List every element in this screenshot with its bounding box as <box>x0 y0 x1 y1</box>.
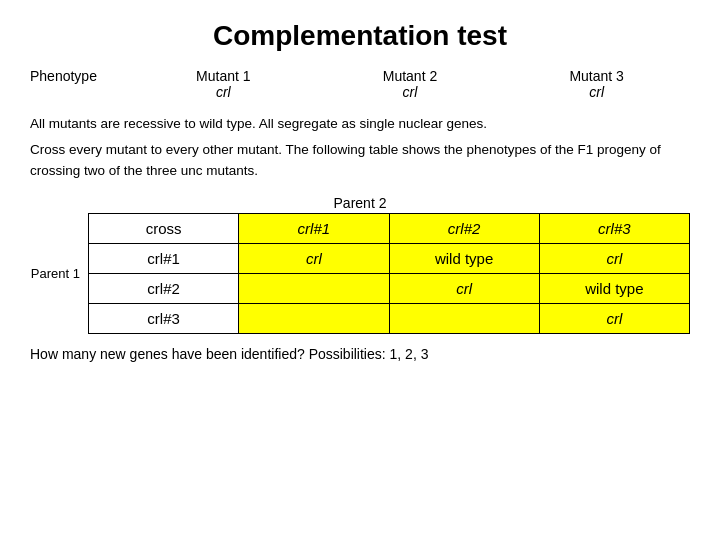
table-row: crl#1crlwild typecrl <box>89 243 690 273</box>
table-row: crl#2crlwild type <box>89 273 690 303</box>
description-1: All mutants are recessive to wild type. … <box>30 114 690 134</box>
header-crl2: crl#2 <box>389 213 539 243</box>
cell-r0-c1: wild type <box>389 243 539 273</box>
mutant-3-col: Mutant 3 crl <box>517 68 677 100</box>
row-label-0: crl#1 <box>89 243 239 273</box>
table-header-row: cross crl#1 crl#2 crl#3 <box>89 213 690 243</box>
phenotype-label: Phenotype <box>30 68 130 84</box>
bottom-text: How many new genes have been identified?… <box>30 346 690 362</box>
page-title: Complementation test <box>30 20 690 52</box>
row-label-1: crl#2 <box>89 273 239 303</box>
description-2: Cross every mutant to every other mutant… <box>30 140 690 181</box>
cell-r1-c0 <box>239 273 389 303</box>
header-crl1: crl#1 <box>239 213 389 243</box>
table-wrapper: Parent 1 cross crl#1 crl#2 crl#3 crl#1cr… <box>30 213 690 334</box>
parent1-label: Parent 1 <box>30 266 80 281</box>
cell-r0-c0: crl <box>239 243 389 273</box>
mutant-3-name: Mutant 3 <box>517 68 677 84</box>
phenotype-row: Phenotype Mutant 1 crl Mutant 2 crl Muta… <box>30 68 690 100</box>
mutant-2-col: Mutant 2 crl <box>330 68 490 100</box>
cell-r0-c2: crl <box>539 243 689 273</box>
cell-r2-c2: crl <box>539 303 689 333</box>
mutant-columns: Mutant 1 crl Mutant 2 crl Mutant 3 crl <box>130 68 690 100</box>
cell-r1-c2: wild type <box>539 273 689 303</box>
table-row: crl#3crl <box>89 303 690 333</box>
cell-r1-c1: crl <box>389 273 539 303</box>
mutant-2-gene: crl <box>330 84 490 100</box>
row-label-2: crl#3 <box>89 303 239 333</box>
mutant-1-col: Mutant 1 crl <box>143 68 303 100</box>
parent2-label: Parent 2 <box>30 195 690 211</box>
header-crl3: crl#3 <box>539 213 689 243</box>
mutant-1-gene: crl <box>143 84 303 100</box>
header-cross: cross <box>89 213 239 243</box>
cross-table: cross crl#1 crl#2 crl#3 crl#1crlwild typ… <box>88 213 690 334</box>
mutant-3-gene: crl <box>517 84 677 100</box>
table-section: Parent 2 Parent 1 cross crl#1 crl#2 crl#… <box>30 195 690 334</box>
mutant-1-name: Mutant 1 <box>143 68 303 84</box>
cell-r2-c0 <box>239 303 389 333</box>
mutant-2-name: Mutant 2 <box>330 68 490 84</box>
cell-r2-c1 <box>389 303 539 333</box>
